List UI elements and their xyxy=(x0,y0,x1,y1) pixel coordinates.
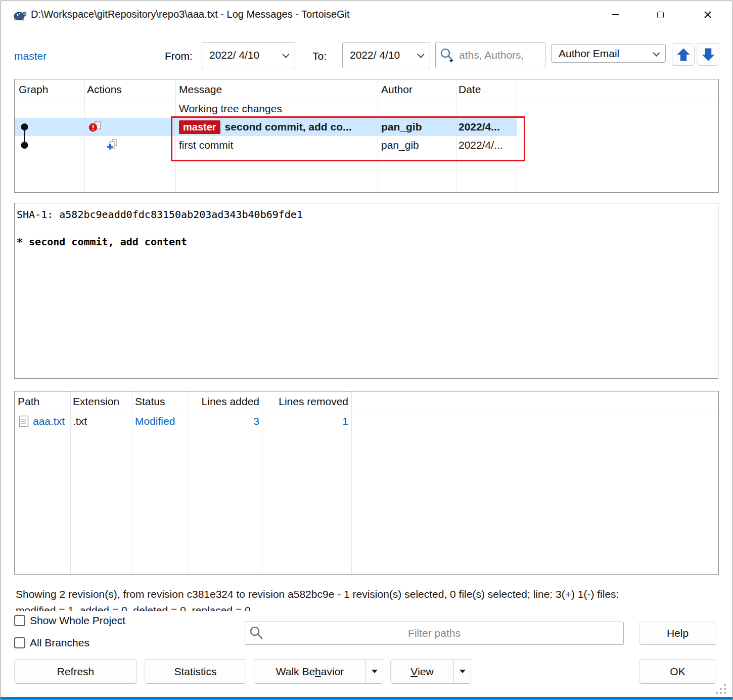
commit-author: pan_gib xyxy=(381,118,454,136)
log-messages-window: D:\Workspace\gitRepository\repo3\aaa.txt… xyxy=(0,0,733,700)
status-text: Showing 2 revision(s), from revision c38… xyxy=(16,586,718,611)
chevron-down-icon xyxy=(653,49,660,56)
file-row[interactable]: aaa.txt .txt Modified 3 1 xyxy=(15,412,718,431)
column-header-status[interactable]: Status xyxy=(135,391,165,412)
commit-message: first commit xyxy=(179,139,233,151)
refresh-button[interactable]: Refresh xyxy=(14,659,137,684)
file-lines-added: 3 xyxy=(189,412,259,431)
column-header-message[interactable]: Message xyxy=(179,79,222,100)
dropdown-arrow-icon xyxy=(460,670,466,673)
from-label: From: xyxy=(165,50,193,62)
minimize-icon xyxy=(612,14,619,15)
show-whole-project-checkbox[interactable]: Show Whole Project xyxy=(14,615,125,627)
action-added-icon xyxy=(106,136,126,154)
file-status: Modified xyxy=(135,412,188,431)
close-button[interactable]: × xyxy=(691,1,724,29)
help-button[interactable]: Help xyxy=(639,622,716,645)
file-list: Path Extension Status Lines added Lines … xyxy=(14,391,719,575)
column-header-lines-added[interactable]: Lines added xyxy=(189,391,259,412)
filter-paths-input[interactable] xyxy=(245,622,624,645)
commit-list: Graph Actions Message Author Date Workin… xyxy=(14,79,719,193)
navigate-down-button[interactable] xyxy=(697,43,719,66)
branch-badge: master xyxy=(179,120,220,134)
commit-date: 2022/4/... xyxy=(459,136,515,154)
working-tree-row[interactable]: Working tree changes xyxy=(15,100,718,118)
commit-sha-line: SHA-1: a582bc9eadd0fdc83150ab203ad343b40… xyxy=(17,208,716,222)
file-path: aaa.txt xyxy=(33,412,69,431)
file-lines-removed: 1 xyxy=(262,412,348,431)
file-icon xyxy=(19,412,32,431)
from-date-dropdown[interactable]: 2022/ 4/10 xyxy=(202,42,295,68)
title-bar: D:\Workspace\gitRepository\repo3\aaa.txt… xyxy=(1,1,732,30)
window-accent-border xyxy=(1,697,732,699)
chevron-down-icon xyxy=(417,51,424,58)
all-branches-checkbox[interactable]: All Branches xyxy=(14,637,89,649)
walk-behavior-label: Walk Behavior xyxy=(254,660,365,683)
view-label: View xyxy=(391,660,453,683)
navigate-up-button[interactable] xyxy=(672,43,695,66)
commit-author: pan_gib xyxy=(381,136,454,154)
commit-detail-pane[interactable]: SHA-1: a582bc9eadd0fdc83150ab203ad343b40… xyxy=(14,203,718,379)
column-header-author[interactable]: Author xyxy=(381,79,413,100)
commit-row-selected[interactable]: master second commit, add co... pan_gib … xyxy=(15,118,718,136)
column-header-extension[interactable]: Extension xyxy=(73,391,119,412)
column-header-actions[interactable]: Actions xyxy=(87,79,122,100)
file-extension: .txt xyxy=(73,412,128,431)
chevron-down-icon xyxy=(282,51,289,58)
commit-graph xyxy=(15,79,84,192)
column-header-path[interactable]: Path xyxy=(18,391,39,412)
dropdown-arrow-icon xyxy=(372,670,378,673)
filter-paths-box xyxy=(245,622,624,645)
maximize-icon xyxy=(657,12,664,18)
checkbox-icon xyxy=(14,637,25,648)
statistics-button[interactable]: Statistics xyxy=(145,659,246,684)
ok-button[interactable]: OK xyxy=(639,659,716,684)
close-icon: × xyxy=(703,7,712,22)
commit-date: 2022/4... xyxy=(459,118,515,136)
commit-row[interactable]: first commit pan_gib 2022/4/... xyxy=(15,136,718,154)
arrow-up-icon xyxy=(676,47,691,62)
commit-message-line: * second commit, add content xyxy=(17,235,716,249)
view-button[interactable]: View xyxy=(390,659,471,684)
log-search-input[interactable] xyxy=(435,42,545,68)
walk-behavior-dropdown[interactable] xyxy=(365,660,383,683)
current-branch-link[interactable]: master xyxy=(14,50,47,62)
maximize-button[interactable] xyxy=(644,1,677,29)
to-date-dropdown[interactable]: 2022/ 4/10 xyxy=(342,42,430,68)
view-dropdown[interactable] xyxy=(453,660,471,683)
column-header-lines-removed[interactable]: Lines removed xyxy=(262,391,348,412)
tortoisegit-app-icon xyxy=(13,8,27,22)
column-header-date[interactable]: Date xyxy=(459,79,481,100)
arrow-down-icon xyxy=(701,47,716,62)
action-modified-icon xyxy=(88,118,109,136)
to-label: To: xyxy=(312,50,327,62)
log-search-box xyxy=(435,42,545,68)
checkbox-icon xyxy=(14,615,25,626)
commit-message: second commit, add co... xyxy=(225,121,352,133)
resize-grip[interactable] xyxy=(714,682,727,695)
minimize-button[interactable] xyxy=(599,1,632,29)
window-title: D:\Workspace\gitRepository\repo3\aaa.txt… xyxy=(31,9,350,20)
walk-behavior-button[interactable]: Walk Behavior xyxy=(254,659,383,684)
author-filter-dropdown[interactable]: Author Email xyxy=(551,44,666,63)
